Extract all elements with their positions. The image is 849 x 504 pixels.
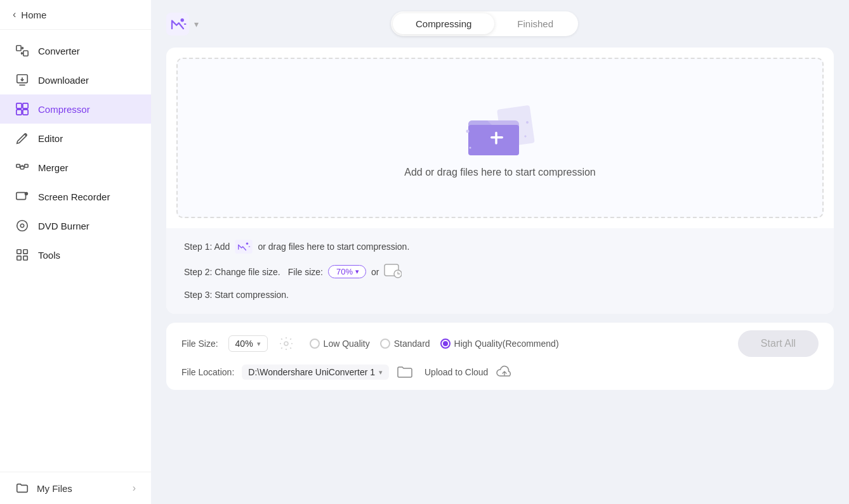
radio-low-circle [310,339,320,349]
svg-point-27 [470,146,471,148]
location-dropdown-arrow: ▾ [379,368,383,377]
downloader-icon [15,73,29,87]
svg-rect-24 [495,131,497,144]
file-location-label: File Location: [181,367,234,377]
upload-to-cloud-label: Upload to Cloud [425,367,488,377]
app-logo[interactable]: ▾ [166,13,199,36]
drop-zone-text: Add or drag files here to start compress… [404,167,595,178]
svg-rect-10 [16,193,26,200]
radio-high-quality[interactable]: High Quality(Recommend) [440,339,559,349]
converter-icon [15,44,29,58]
svg-point-19 [181,18,184,22]
file-location-path[interactable]: D:\Wondershare UniConverter 1 ▾ [242,365,389,380]
step1-text-before: Step 1: Add [184,242,230,252]
svg-point-12 [17,221,28,231]
dvd-burner-label: DVD Burner [38,221,89,231]
step3-text: Step 3: Start compression. [184,290,289,300]
bottom-top-row: File Size: 40% ▾ Low Quality [181,330,819,357]
svg-point-26 [526,121,529,124]
dvd-burner-icon [15,219,29,233]
screen-recorder-label: Screen Recorder [38,191,110,202]
step2-file-size-label: File size: [288,267,323,277]
sidebar-item-compressor[interactable]: Compressor [0,94,151,124]
sidebar: ‹ Home Converter [0,0,151,504]
radio-low-quality[interactable]: Low Quality [310,339,370,349]
screen-recorder-icon [15,190,29,204]
step1-add-icon[interactable] [235,240,253,254]
svg-rect-7 [16,164,20,167]
radio-high-dot [443,341,448,346]
editor-icon [15,131,29,145]
file-size-label: File Size: [181,339,218,349]
my-files-icon [15,481,29,495]
step-1: Step 1: Add or drag files here to start … [184,240,816,254]
radio-high-circle [440,339,451,349]
sidebar-item-merger[interactable]: Merger [0,153,151,182]
file-size-arrow: ▾ [257,340,261,348]
radio-standard[interactable]: Standard [380,339,430,349]
svg-rect-0 [16,46,21,51]
merger-label: Merger [38,162,69,173]
main-content: ▾ Compressing Finished [151,0,849,504]
tools-label: Tools [38,250,60,261]
radio-low-label: Low Quality [324,339,370,349]
svg-rect-16 [17,256,21,260]
back-arrow-icon: ‹ [13,9,16,20]
step2-text: Step 2: Change file size. [184,267,280,277]
radio-high-label: High Quality(Recommend) [454,339,559,349]
drop-zone-card: Add or drag files here to start compress… [166,48,834,314]
home-label: Home [21,10,46,20]
my-files-arrow-icon: › [133,482,136,494]
step2-file-size-value: 70% [336,267,353,276]
step2-settings-icon[interactable] [384,262,402,281]
svg-rect-9 [20,166,24,169]
svg-point-25 [466,129,470,132]
svg-point-32 [284,342,288,346]
svg-rect-8 [25,164,28,167]
svg-point-29 [246,242,248,244]
step-3: Step 3: Start compression. [184,290,816,300]
radio-standard-circle [380,339,390,349]
browse-folder-icon[interactable] [397,365,413,379]
file-location-value: D:\Wondershare UniConverter 1 [248,367,375,377]
folder-illustration [459,98,541,162]
logo-icon [166,13,189,36]
sidebar-home-link[interactable]: ‹ Home [0,0,151,30]
svg-rect-14 [17,250,21,254]
compressor-icon [15,102,29,116]
tab-compressing[interactable]: Compressing [393,13,494,34]
tab-finished[interactable]: Finished [494,13,576,34]
sidebar-nav: Converter Downloader [0,30,151,472]
tools-icon [15,248,29,262]
sidebar-item-editor[interactable]: Editor [0,124,151,153]
step1-text-after: or drag files here to start compression. [258,242,409,252]
file-size-select[interactable]: 40% ▾ [228,335,268,352]
sidebar-item-converter[interactable]: Converter [0,36,151,65]
start-all-button[interactable]: Start All [738,330,819,357]
file-size-value: 40% [235,339,253,349]
sidebar-item-screen-recorder[interactable]: Screen Recorder [0,182,151,211]
svg-rect-4 [23,103,28,108]
drop-zone[interactable]: Add or drag files here to start compress… [176,58,824,218]
sidebar-item-dvd-burner[interactable]: DVD Burner [0,211,151,240]
step-2: Step 2: Change file size. File size: 70%… [184,262,816,281]
sidebar-my-files[interactable]: My Files › [0,472,151,504]
quality-options: Low Quality Standard High Quality(Recomm… [310,339,559,349]
svg-rect-5 [16,110,22,115]
sidebar-item-tools[interactable]: Tools [0,240,151,269]
quality-gear-icon[interactable] [278,335,294,352]
radio-standard-label: Standard [394,339,430,349]
upload-cloud-icon[interactable] [496,365,513,379]
downloader-label: Downloader [38,75,89,86]
topbar: ▾ Compressing Finished [166,11,834,36]
my-files-label: My Files [37,483,72,494]
bottom-bottom-row: File Location: D:\Wondershare UniConvert… [181,365,819,380]
steps-section: Step 1: Add or drag files here to start … [166,228,834,314]
svg-rect-15 [23,250,27,254]
converter-label: Converter [38,46,80,56]
svg-rect-1 [23,51,28,56]
editor-label: Editor [38,133,63,144]
step2-file-size-dropdown[interactable]: 70% ▾ [328,265,366,278]
sidebar-item-downloader[interactable]: Downloader [0,65,151,94]
step2-dropdown-arrow: ▾ [355,268,359,276]
